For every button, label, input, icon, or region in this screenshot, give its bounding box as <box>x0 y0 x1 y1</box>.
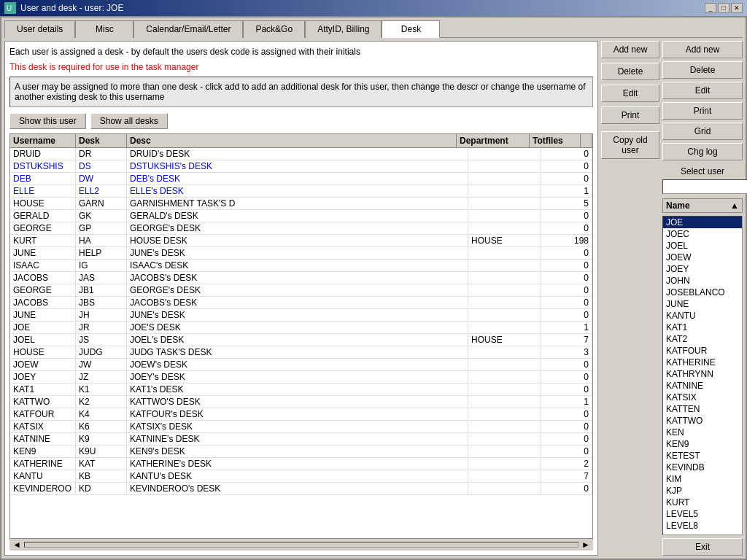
show-this-user-button[interactable]: Show this user <box>9 113 86 129</box>
table-row[interactable]: KEN9 K9U KEN9's DESK 0 <box>10 446 592 458</box>
chg-log-button[interactable]: Chg log <box>662 143 743 160</box>
table-row[interactable]: GERALD GK GERALD's DESK 0 <box>10 210 592 222</box>
minimize-button[interactable]: _ <box>705 3 716 13</box>
tab-calendar[interactable]: Calendar/Email/Letter <box>133 20 243 38</box>
table-row[interactable]: JOE JR JOE'S DESK 1 <box>10 322 592 334</box>
info-line1: Each user is assigned a desk - by defaul… <box>9 46 593 58</box>
list-item[interactable]: LEVEL5 <box>663 508 742 520</box>
cell-desc: JOEW's DESK <box>127 359 468 370</box>
tab-content-area: Each user is assigned a desk - by defaul… <box>1 38 746 559</box>
table-row[interactable]: JOEL JS JOEL's DESK HOUSE 7 <box>10 334 592 346</box>
scroll-left-arrow[interactable]: ◄ <box>9 540 24 550</box>
table-row[interactable]: KATHERINE KAT KATHERINE's DESK 2 <box>10 458 592 470</box>
list-item[interactable]: KEN9 <box>663 438 742 450</box>
mid-edit-button[interactable]: Edit <box>601 85 659 102</box>
table-row[interactable]: KATNINE K9 KATNINE's DESK 0 <box>10 433 592 446</box>
tab-packgo[interactable]: Pack&Go <box>243 20 305 38</box>
list-item[interactable]: KIM <box>663 473 742 485</box>
table-row[interactable]: KATTWO K2 KATTWO'S DESK 1 <box>10 396 592 408</box>
table-row[interactable]: JUNE HELP JUNE's DESK 0 <box>10 247 592 260</box>
scroll-right-arrow[interactable]: ► <box>578 540 593 550</box>
table-body[interactable]: DRUID DR DRUID's DESK 0 DSTUKSHIS DS DST… <box>10 148 592 538</box>
table-row[interactable]: KANTU KB KANTU's DESK 7 <box>10 470 592 483</box>
list-item[interactable]: KATTEN <box>663 403 742 415</box>
list-item[interactable]: JOSEBLANCO <box>663 287 742 298</box>
list-item[interactable]: JUNE <box>663 298 742 310</box>
window-title: User and desk - user: JOE <box>20 3 123 13</box>
mid-print-button[interactable]: Print <box>601 106 659 124</box>
exit-button[interactable]: Exit <box>662 538 743 556</box>
print-button[interactable]: Print <box>662 102 743 120</box>
list-item[interactable]: KATTWO <box>663 415 742 427</box>
cell-totfiles: 7 <box>541 470 592 482</box>
table-row[interactable]: GEORGE GP GEORGE's DESK 0 <box>10 222 592 235</box>
cell-totfiles: 0 <box>541 247 592 259</box>
cell-totfiles: 0 <box>541 272 592 284</box>
table-row[interactable]: JACOBS JAS JACOBS's DESK 0 <box>10 272 592 284</box>
table-row[interactable]: JOEW JW JOEW's DESK 0 <box>10 359 592 371</box>
cell-desk: JH <box>76 309 127 321</box>
list-item[interactable]: JOEL <box>663 240 742 252</box>
list-item[interactable]: KURT <box>663 497 742 508</box>
table-row[interactable]: KATFOUR K4 KATFOUR's DESK 0 <box>10 408 592 421</box>
table-row[interactable]: HOUSE GARN GARNISHMENT TASK'S D 5 <box>10 198 592 210</box>
horizontal-scrollbar[interactable]: ◄ ► <box>9 539 593 551</box>
table-row[interactable]: KURT HA HOUSE DESK HOUSE 198 <box>10 235 592 247</box>
tab-attyid[interactable]: AttyID, Billing <box>305 20 382 38</box>
user-search-input[interactable] <box>662 179 747 194</box>
table-row[interactable]: KEVINDEROO KD KEVINDEROO's DESK 0 <box>10 483 592 495</box>
add-new-button[interactable]: Add new <box>662 41 743 58</box>
cell-username: KANTU <box>10 470 76 482</box>
mid-delete-button[interactable]: Delete <box>601 63 659 80</box>
tab-user-details[interactable]: User details <box>4 20 75 38</box>
cell-desk: K9 <box>76 433 127 445</box>
table-row[interactable]: HOUSE JUDG JUDG TASK'S DESK 3 <box>10 346 592 359</box>
col-header-username: Username <box>10 134 76 147</box>
list-item[interactable]: KATSIX <box>663 392 742 403</box>
table-row[interactable]: JOEY JZ JOEY's DESK 0 <box>10 371 592 384</box>
list-item[interactable]: JOE <box>663 217 742 228</box>
list-item[interactable]: JOEW <box>663 252 742 263</box>
list-item[interactable]: KATNINE <box>663 380 742 392</box>
list-item[interactable]: KATHRYNN <box>663 368 742 380</box>
mid-add-new-button[interactable]: Add new <box>601 41 659 58</box>
user-list[interactable]: JOEJOECJOELJOEWJOEYJOHNJOSEBLANCOJUNEKAN… <box>662 216 743 535</box>
show-all-desks-button[interactable]: Show all desks <box>90 113 168 129</box>
list-item[interactable]: KEVINDB <box>663 462 742 473</box>
table-row[interactable]: DSTUKSHIS DS DSTUKSHIS's DESK 0 <box>10 160 592 173</box>
list-item[interactable]: JOEC <box>663 228 742 240</box>
cell-desc: KATTWO'S DESK <box>127 396 468 408</box>
table-row[interactable]: ISAAC IG ISAAC's DESK 0 <box>10 260 592 272</box>
table-row[interactable]: JACOBS JBS JACOBS's DESK 0 <box>10 297 592 309</box>
list-item[interactable]: KAT2 <box>663 333 742 345</box>
table-row[interactable]: KAT1 K1 KAT1's DESK 0 <box>10 384 592 396</box>
maximize-button[interactable]: □ <box>718 3 729 13</box>
list-item[interactable]: KATHERINE <box>663 357 742 368</box>
table-row[interactable]: JUNE JH JUNE's DESK 0 <box>10 309 592 322</box>
list-item[interactable]: LEVEL8 <box>663 520 742 532</box>
col-header-department: Department <box>457 134 530 147</box>
delete-button[interactable]: Delete <box>662 61 743 79</box>
close-button[interactable]: ✕ <box>731 3 743 13</box>
tab-misc[interactable]: Misc <box>75 20 133 38</box>
cell-totfiles: 0 <box>541 148 592 160</box>
edit-button[interactable]: Edit <box>662 82 743 99</box>
grid-button[interactable]: Grid <box>662 122 743 140</box>
table-row[interactable]: GEORGE JB1 GEORGE's DESK 0 <box>10 284 592 297</box>
list-item[interactable]: KATFOUR <box>663 345 742 357</box>
table-row[interactable]: DRUID DR DRUID's DESK 0 <box>10 148 592 160</box>
list-item[interactable]: KEN <box>663 427 742 438</box>
tab-desk[interactable]: Desk <box>382 20 440 38</box>
cell-department <box>468 309 541 321</box>
list-item[interactable]: KJP <box>663 485 742 497</box>
list-item[interactable]: KETEST <box>663 450 742 462</box>
table-row[interactable]: KATSIX K6 KATSIX's DESK 0 <box>10 421 592 433</box>
list-item[interactable]: JOEY <box>663 263 742 275</box>
table-row[interactable]: ELLE ELL2 ELLE's DESK 1 <box>10 185 592 198</box>
list-item[interactable]: JOHN <box>663 275 742 287</box>
copy-old-user-button[interactable]: Copy old user <box>601 131 659 159</box>
list-item[interactable]: KAT1 <box>663 322 742 333</box>
table-row[interactable]: DEB DW DEB's DESK 0 <box>10 173 592 185</box>
list-item[interactable]: KANTU <box>663 310 742 322</box>
cell-username: JOE <box>10 322 76 333</box>
